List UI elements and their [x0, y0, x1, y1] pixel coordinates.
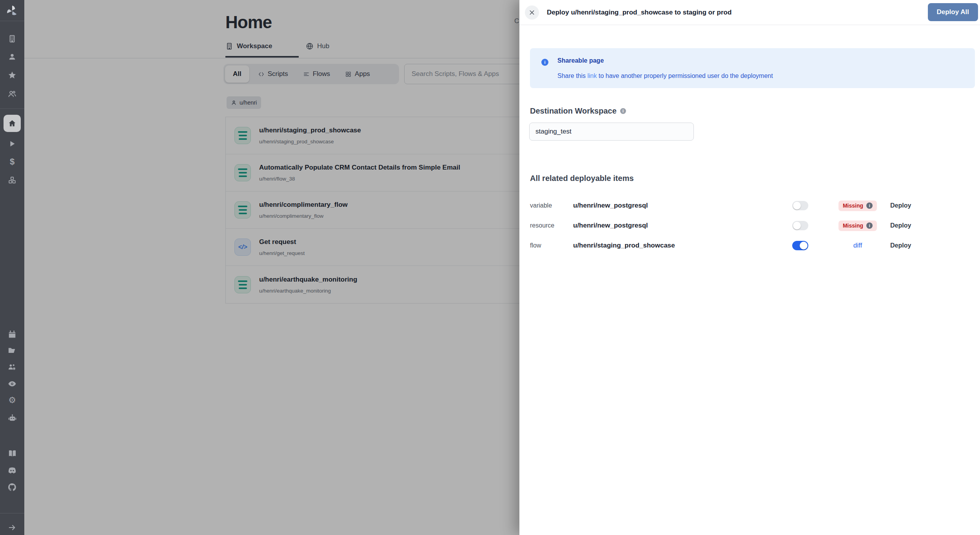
folders-icon[interactable] — [0, 346, 24, 355]
info-icon[interactable]: i — [620, 108, 626, 114]
github-icon[interactable] — [0, 483, 24, 492]
row-name: u/henri/new_postgresql — [573, 202, 648, 210]
discord-icon[interactable] — [0, 466, 24, 475]
sidebar-divider — [0, 21, 24, 21]
workers-robot-icon[interactable] — [0, 414, 24, 423]
deploy-button[interactable]: Deploy — [890, 222, 911, 229]
deploy-button[interactable]: Deploy — [890, 202, 911, 209]
deploy-toggle[interactable] — [792, 221, 808, 230]
audit-logs-eye-icon[interactable] — [0, 380, 24, 388]
docs-book-icon[interactable] — [0, 449, 24, 458]
missing-badge: Missingi — [838, 201, 877, 211]
row-kind: flow — [530, 242, 541, 249]
sidebar: $ ⚙ — [0, 0, 24, 535]
info-icon[interactable]: i — [866, 202, 873, 209]
deployable-items-heading: All related deployable items — [530, 174, 634, 183]
deployable-row-resource: resource u/henri/new_postgresql Missingi… — [519, 218, 980, 233]
favorites-star-icon[interactable] — [0, 71, 24, 80]
row-kind: resource — [530, 222, 554, 229]
schedules-calendar-icon[interactable] — [0, 330, 24, 339]
info-icon: i — [541, 59, 548, 66]
deploy-toggle[interactable] — [792, 241, 808, 250]
windmill-logo[interactable] — [0, 5, 24, 17]
deployable-row-variable: variable u/henri/new_postgresql Missingi… — [519, 198, 980, 213]
sidebar-divider — [0, 513, 24, 513]
diff-link[interactable]: diff — [853, 242, 862, 249]
info-title: Shareable page — [557, 57, 604, 64]
sidebar-divider — [0, 108, 24, 109]
home-icon[interactable] — [4, 115, 21, 132]
groups-icon[interactable] — [0, 90, 24, 98]
destination-workspace-heading: Destination Workspace i — [530, 107, 626, 116]
drawer-title: Deploy u/henri/staging_prod_showcase to … — [547, 0, 731, 25]
resources-cubes-icon[interactable] — [0, 176, 24, 184]
deploy-button[interactable]: Deploy — [890, 242, 911, 249]
share-link[interactable]: link — [587, 72, 597, 79]
collapse-arrow-icon[interactable] — [0, 523, 24, 532]
row-kind: variable — [530, 202, 552, 209]
row-name: u/henri/staging_prod_showcase — [573, 242, 675, 249]
shareable-page-info-box: i Shareable page Share this link to have… — [530, 48, 975, 88]
row-name: u/henri/new_postgresql — [573, 222, 648, 230]
info-icon[interactable]: i — [866, 222, 873, 229]
deploy-toggle[interactable] — [792, 201, 808, 210]
missing-badge: Missingi — [838, 221, 877, 231]
user-icon[interactable] — [0, 52, 24, 61]
close-icon[interactable] — [525, 5, 539, 20]
variables-dollar-icon[interactable]: $ — [0, 157, 24, 166]
deploy-all-button[interactable]: Deploy All — [928, 3, 978, 21]
deployable-row-flow: flow u/henri/staging_prod_showcase diff … — [519, 238, 980, 253]
info-body: Share this link to have another properly… — [557, 72, 773, 80]
settings-gear-icon[interactable]: ⚙ — [0, 396, 24, 405]
deploy-drawer: Deploy u/henri/staging_prod_showcase to … — [519, 0, 980, 535]
runs-play-icon[interactable] — [0, 139, 24, 148]
groups-settings-icon[interactable] — [0, 363, 24, 371]
drawer-header: Deploy u/henri/staging_prod_showcase to … — [519, 0, 980, 25]
workspace-building-icon[interactable] — [0, 34, 24, 43]
destination-workspace-input[interactable] — [529, 123, 694, 141]
